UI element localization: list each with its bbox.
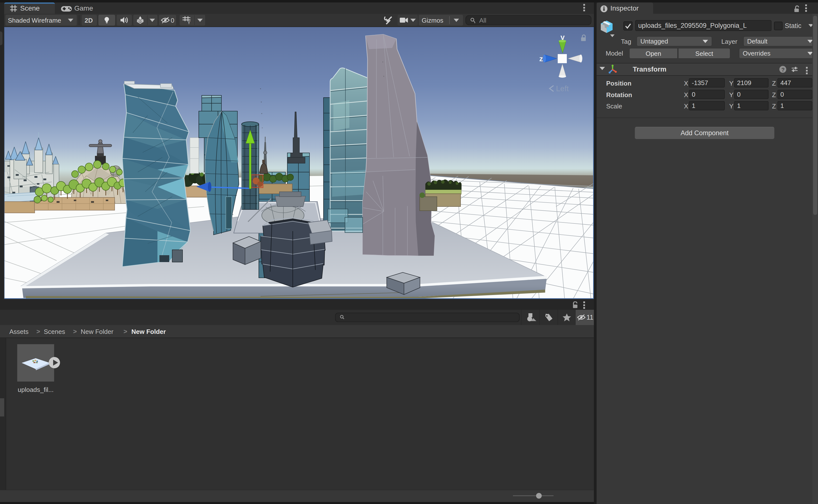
svg-text:Left: Left <box>556 84 569 93</box>
svg-text:Y: Y <box>187 20 190 25</box>
svg-text:z: z <box>539 55 543 63</box>
